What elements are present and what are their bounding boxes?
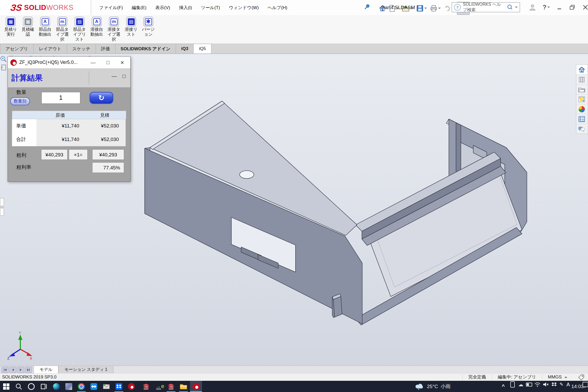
- menu-window[interactable]: ウィンドウ(W): [229, 5, 259, 11]
- search-caret-icon[interactable]: [515, 7, 518, 8]
- tag-icon[interactable]: [578, 374, 585, 381]
- panel-minimize-button[interactable]: —: [112, 73, 117, 79]
- battery-icon: [526, 383, 532, 387]
- battery-tray-button[interactable]: [525, 381, 533, 388]
- triad-x-label: X: [30, 356, 32, 360]
- weld-type-icon: m: [109, 17, 119, 27]
- your-phone-tray-button[interactable]: [509, 381, 516, 388]
- file-explorer-button[interactable]: [179, 382, 188, 391]
- macro-button-estimate-run[interactable]: ▦ 見積り実行: [3, 17, 19, 37]
- print-button[interactable]: [429, 3, 442, 14]
- dialog-close-button[interactable]: ×: [120, 59, 124, 66]
- tab-navigation-buttons: [0, 366, 34, 373]
- close-button[interactable]: [582, 4, 588, 10]
- part-list-icon: ▤: [75, 17, 84, 27]
- help-search-box[interactable]: ? SOLIDWORKS ヘルプ検索: [452, 2, 520, 12]
- tab-model[interactable]: モデル: [34, 366, 58, 373]
- tab-solidworks-addins[interactable]: SOLIDWORKS アドイン: [115, 44, 176, 53]
- dialog-title-bar[interactable]: ZF_iQ3ProC(+iQ5) Ver5.0... — □ ×: [8, 57, 130, 69]
- menu-edit[interactable]: 編集(E): [132, 5, 146, 11]
- menu-insert[interactable]: 挿入(I): [179, 5, 192, 11]
- brand-text-solid: SOLID: [24, 4, 46, 12]
- menu-file[interactable]: ファイル(F): [99, 5, 123, 11]
- taskpane-custom-properties-button[interactable]: [576, 114, 587, 124]
- iq3-app-button[interactable]: [192, 382, 200, 391]
- next-tab-button[interactable]: [17, 367, 24, 373]
- windows-taskbar: SW 2019 →e 2019 SW 2019 25°C 小雨 ^: [0, 381, 588, 392]
- quantity-input[interactable]: [41, 92, 80, 104]
- taskpane-view-palette-button[interactable]: [576, 94, 587, 104]
- tab-assembly[interactable]: アセンブリ: [0, 44, 34, 53]
- chrome-browser-button[interactable]: [77, 382, 86, 391]
- taskpane-home-button[interactable]: [576, 65, 587, 75]
- restore-button[interactable]: [569, 4, 575, 10]
- weather-description: 小雨: [440, 383, 450, 390]
- macro-button-part-auto-extract[interactable]: A 部品自動抽出: [37, 17, 53, 37]
- dialog-maximize-button[interactable]: □: [107, 60, 109, 65]
- dropbox-tray-button[interactable]: [550, 381, 558, 388]
- taskpane-file-explorer-button[interactable]: [576, 84, 587, 94]
- macro-button-weld-list[interactable]: ▤ 溶接リスト: [123, 17, 139, 37]
- edrawings-2019-button[interactable]: →e 2019: [154, 382, 163, 391]
- tab-evaluate[interactable]: 評価: [96, 44, 115, 53]
- recalculate-button[interactable]: ↻: [90, 92, 113, 104]
- search-icon[interactable]: [507, 4, 512, 10]
- windows-ink-tray-button[interactable]: ✎: [558, 381, 565, 388]
- tab-motion-study[interactable]: モーション スタディ 1: [58, 366, 113, 373]
- units-selector[interactable]: MMGS: [542, 374, 578, 380]
- tab-sketch[interactable]: スケッチ: [67, 44, 96, 53]
- dropbox-button[interactable]: [114, 382, 123, 391]
- print-caret-icon[interactable]: [438, 8, 441, 9]
- part-type-icon: m: [57, 17, 67, 27]
- solidworks-2019-button-2[interactable]: SW 2019: [167, 382, 175, 391]
- action-center-button[interactable]: [582, 381, 588, 388]
- network-tray-button[interactable]: [534, 381, 541, 388]
- menu-view[interactable]: 表示(V): [155, 5, 170, 11]
- iq3-calculation-result-dialog[interactable]: ZF_iQ3ProC(+iQ5) Ver5.0... — □ × 計算結果 — …: [8, 56, 131, 182]
- photos-app-button[interactable]: [64, 382, 73, 391]
- taskpane-appearances-button[interactable]: [576, 104, 587, 114]
- macro-button-version[interactable]: ✱ バージョン: [140, 17, 156, 37]
- minimize-button[interactable]: [557, 4, 562, 10]
- start-button[interactable]: [2, 382, 11, 391]
- task-view-button[interactable]: [39, 382, 48, 391]
- taskbar-search-button[interactable]: [14, 382, 23, 391]
- volume-tray-button[interactable]: [542, 381, 549, 388]
- panel-maximize-button[interactable]: □: [123, 73, 126, 79]
- ime-mode-button[interactable]: A: [565, 381, 572, 388]
- mail-app-button[interactable]: [102, 382, 111, 391]
- refresh-icon: ↻: [98, 94, 104, 102]
- solidworks-2019-button[interactable]: SW 2019: [142, 382, 150, 391]
- dialog-minimize-button[interactable]: —: [91, 60, 96, 65]
- menu-help[interactable]: ヘルプ(H): [268, 5, 287, 11]
- macro-button-part-type-list[interactable]: ▤ 部品タイプリスト: [71, 17, 88, 42]
- tab-iq5[interactable]: iQ5: [193, 44, 211, 53]
- cortana-button[interactable]: [27, 382, 36, 391]
- taskpane-design-library-button[interactable]: [576, 75, 587, 84]
- weather-widget[interactable]: 25°C 小雨: [415, 381, 450, 392]
- triad-z-label: Z: [7, 356, 10, 360]
- macro-button-estimate-check[interactable]: ▦ 見積確認: [20, 17, 36, 37]
- last-tab-button[interactable]: [25, 367, 32, 373]
- iq3-app-logo-icon: [192, 383, 200, 390]
- menu-tools[interactable]: ツール(T): [201, 5, 220, 11]
- previous-tab-button[interactable]: [9, 367, 16, 373]
- macro-button-label: 溶接自動抽出: [89, 27, 104, 37]
- teamviewer-button[interactable]: [89, 382, 98, 391]
- tray-chevron-button[interactable]: ^: [502, 381, 505, 392]
- macro-button-part-type-select[interactable]: m 部品タイプ選択: [54, 17, 70, 42]
- macro-button-weld-auto-extract[interactable]: A 溶接自動抽出: [89, 17, 105, 37]
- user-account-icon[interactable]: [529, 4, 536, 11]
- quantity-by-button[interactable]: 数量別: [10, 97, 30, 105]
- feature-manager-collapsed-tab[interactable]: [0, 198, 4, 216]
- tab-layout[interactable]: レイアウト: [33, 44, 67, 53]
- onedrive-tray-button[interactable]: ☁: [517, 381, 524, 388]
- taskbar-app-red-button[interactable]: [127, 382, 136, 391]
- help-button[interactable]: ?: [543, 4, 550, 10]
- mail-icon: [103, 384, 110, 389]
- first-tab-button[interactable]: [2, 367, 9, 373]
- edge-browser-button[interactable]: [52, 382, 61, 391]
- tab-iq3[interactable]: iQ3: [176, 44, 194, 53]
- taskpane-forum-button[interactable]: [576, 124, 587, 134]
- macro-button-weld-type-select[interactable]: m 溶接タイプ選択: [106, 17, 122, 42]
